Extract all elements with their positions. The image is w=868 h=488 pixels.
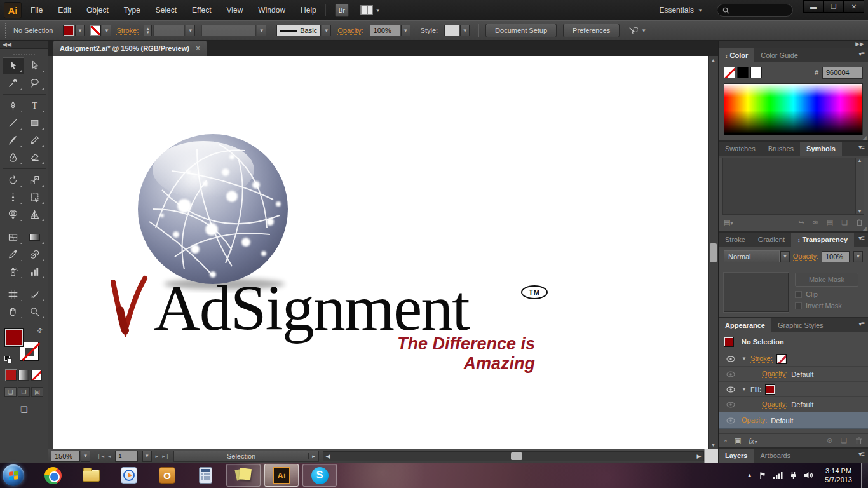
tab-swatches[interactable]: Swatches xyxy=(719,142,762,156)
resize-grip-icon[interactable]: ◢ xyxy=(863,226,867,231)
appearance-row-stroke[interactable]: ▼ Stroke: xyxy=(719,351,868,367)
scroll-up-icon[interactable]: ▲ xyxy=(709,56,718,65)
search-input[interactable] xyxy=(733,6,784,14)
eraser-tool[interactable] xyxy=(24,149,46,166)
appearance-row-stroke-opacity[interactable]: Opacity: Default xyxy=(719,367,868,382)
draw-inside-mode-button[interactable]: 回 xyxy=(31,387,43,397)
arrange-documents-button[interactable]: ▼ xyxy=(360,5,381,15)
draw-normal-mode-button[interactable]: ❏ xyxy=(4,387,17,397)
mesh-tool[interactable] xyxy=(3,229,24,246)
preferences-button[interactable]: Preferences xyxy=(563,24,620,37)
vertical-scrollbar[interactable]: ▲ ▼ xyxy=(708,56,718,449)
gradient-button[interactable] xyxy=(18,370,29,381)
artboard-number-field[interactable]: 1 xyxy=(115,451,138,462)
collapse-dock-button[interactable]: ▶▶ xyxy=(719,41,868,48)
menu-window[interactable]: Window xyxy=(258,6,285,15)
volume-icon[interactable] xyxy=(804,471,813,479)
width-profile-field[interactable] xyxy=(201,25,256,36)
chevron-down-icon[interactable]: ▼ xyxy=(780,251,790,262)
opacity-field[interactable]: 100% xyxy=(822,251,850,262)
paintbrush-tool[interactable] xyxy=(3,132,24,149)
stroke-weight-field[interactable] xyxy=(153,25,185,36)
menu-file[interactable]: File xyxy=(31,6,43,15)
first-artboard-button[interactable]: ❘◂ xyxy=(97,453,104,459)
tab-color[interactable]: ↕Color xyxy=(719,48,754,62)
delete-symbol-button[interactable] xyxy=(856,219,863,226)
fill-attr-label[interactable]: Fill: xyxy=(750,386,761,393)
hex-color-input[interactable] xyxy=(822,67,863,79)
scroll-down-icon[interactable]: ▼ xyxy=(856,209,864,214)
chevron-down-icon[interactable]: ▼ xyxy=(81,451,90,462)
menu-object[interactable]: Object xyxy=(86,6,109,15)
menu-select[interactable]: Select xyxy=(156,6,177,15)
panel-menu-icon[interactable]: ▾≡ xyxy=(858,234,864,241)
minimize-button[interactable]: ▬ xyxy=(803,0,824,13)
new-symbol-button[interactable]: ❏ xyxy=(841,219,848,227)
taskbar-explorer-button[interactable] xyxy=(74,464,108,487)
opacity-attr-label[interactable]: Opacity: xyxy=(762,370,787,378)
panel-menu-icon[interactable]: ▾≡ xyxy=(858,320,864,327)
appearance-row-fill-opacity[interactable]: Opacity: Default xyxy=(719,397,868,412)
shape-builder-tool[interactable] xyxy=(3,206,24,223)
scroll-left-icon[interactable]: ◀ xyxy=(323,453,332,459)
chevron-down-icon[interactable]: ▼ xyxy=(142,451,152,462)
pencil-tool[interactable] xyxy=(24,132,46,149)
tab-brushes[interactable]: Brushes xyxy=(762,142,800,156)
stroke-weight-label[interactable]: Stroke: xyxy=(116,27,139,35)
tab-graphic-styles[interactable]: Graphic Styles xyxy=(771,318,830,332)
scale-tool[interactable] xyxy=(24,172,46,189)
artboard-tool[interactable] xyxy=(3,286,24,303)
chevron-down-icon[interactable]: ▼ xyxy=(322,25,331,36)
symbol-libraries-menu-button[interactable]: ▤▾ xyxy=(724,219,733,227)
place-symbol-instance-button[interactable]: ↪ xyxy=(798,219,804,227)
tab-transparency[interactable]: ↕Transparency xyxy=(791,233,854,247)
tab-gradient[interactable]: Gradient xyxy=(752,233,791,247)
stroke-weight-stepper[interactable]: ▲▼ xyxy=(144,25,152,36)
isolate-selected-object-button[interactable]: ▼ xyxy=(628,26,646,35)
status-menu-arrow-icon[interactable]: ▸ xyxy=(308,453,318,459)
add-new-stroke-button[interactable]: ▫ xyxy=(724,437,727,445)
action-center-flag-icon[interactable] xyxy=(759,471,767,480)
rotate-tool[interactable] xyxy=(3,172,24,189)
blend-mode-select[interactable]: Normal xyxy=(724,250,780,262)
pen-tool[interactable] xyxy=(3,97,24,114)
document-setup-button[interactable]: Document Setup xyxy=(485,24,557,37)
clear-appearance-button[interactable]: ⊘ xyxy=(827,437,832,445)
expand-triangle-icon[interactable]: ▼ xyxy=(742,386,747,392)
direct-selection-tool[interactable] xyxy=(24,57,46,74)
change-screen-mode-button[interactable]: ❏ xyxy=(17,405,32,414)
panel-menu-icon[interactable]: ▾≡ xyxy=(858,144,864,151)
tab-appearance[interactable]: Appearance xyxy=(719,318,771,332)
clock[interactable]: 3:14 PM 5/7/2013 xyxy=(825,466,852,485)
tab-symbols[interactable]: Symbols xyxy=(800,142,842,156)
visibility-eye-icon[interactable] xyxy=(726,417,735,424)
power-plug-icon[interactable] xyxy=(789,471,797,480)
appearance-row-object-opacity-selected[interactable]: Opacity: Default xyxy=(719,412,868,429)
white-swatch[interactable] xyxy=(750,67,762,78)
add-effect-button[interactable]: fx▾ xyxy=(749,437,757,445)
menu-edit[interactable]: Edit xyxy=(58,6,71,15)
horizontal-scroll-thumb[interactable] xyxy=(511,452,522,460)
appearance-row-fill[interactable]: ▼ Fill: xyxy=(719,382,868,397)
taskbar-outlook-button[interactable]: O xyxy=(150,464,184,487)
opacity-field[interactable]: 100% xyxy=(370,25,400,36)
close-icon[interactable]: × xyxy=(196,44,200,53)
line-segment-tool[interactable] xyxy=(3,114,24,132)
close-button[interactable]: ✕ xyxy=(844,0,864,13)
canvas[interactable]: AdSignment TM The Difference is Amazing … xyxy=(48,56,718,449)
taskbar-chrome-button[interactable] xyxy=(36,464,70,487)
taskbar-illustrator-button[interactable]: Ai xyxy=(264,464,299,487)
fill-color-swatch[interactable] xyxy=(63,25,74,36)
taskbar-calculator-button[interactable] xyxy=(188,464,222,487)
chevron-down-icon[interactable]: ▼ xyxy=(102,25,111,36)
symbol-options-button[interactable]: ▤ xyxy=(827,219,833,227)
tools-panel-grip[interactable] xyxy=(13,50,35,55)
zoom-level-field[interactable]: 150% xyxy=(51,451,80,462)
show-hidden-icons-chevron[interactable]: ▲ xyxy=(747,472,752,478)
chevron-down-icon[interactable]: ▼ xyxy=(853,251,863,262)
taskbar-media-player-button[interactable] xyxy=(112,464,146,487)
workspace-switcher[interactable]: Essentials ▼ xyxy=(659,6,703,15)
slice-tool[interactable] xyxy=(24,286,46,303)
tab-color-guide[interactable]: Color Guide xyxy=(754,48,804,62)
next-artboard-button[interactable]: ▸ xyxy=(156,453,159,459)
